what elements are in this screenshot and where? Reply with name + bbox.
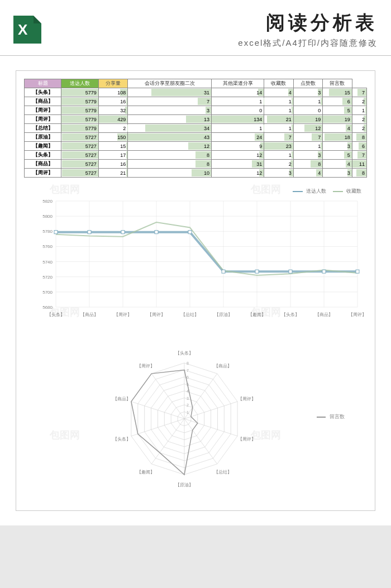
table-header-row: 标题 送达人数 分享量 会话分享至朋友圈二次 其他渠道分享 收藏数 点赞数 留言… [25, 79, 367, 88]
svg-text:【头条】: 【头条】 [282, 312, 299, 317]
cell-value: 3 [323, 142, 352, 151]
svg-text:【商品】: 【商品】 [214, 364, 232, 369]
cell-value: 9 [212, 142, 264, 151]
row-label: 【商品】 [25, 160, 61, 169]
row-label: 【趣闻】 [25, 142, 61, 151]
cell-value: 11 [352, 160, 366, 169]
svg-text:【趣闻】: 【趣闻】 [248, 312, 266, 317]
cell-value: 8 [352, 169, 366, 178]
svg-text:【周评】: 【周评】 [349, 312, 366, 317]
cell-value: 4 [264, 88, 293, 97]
cell-value: 3 [264, 169, 293, 178]
cell-value: 3 [323, 169, 352, 178]
page-subtitle: excel格式/A4打印/内容随意修改 [50, 38, 378, 49]
cell-value: 1 [212, 97, 264, 106]
col-header: 点赞数 [293, 79, 322, 88]
cell-value: 43 [128, 133, 212, 142]
cell-value: 1 [293, 97, 322, 106]
cell-value: 17 [98, 151, 127, 160]
svg-text:5720: 5720 [42, 275, 53, 280]
cell-value: 21 [264, 115, 293, 124]
row-label: 【原油】 [25, 133, 61, 142]
cell-value: 13 [128, 115, 212, 124]
legend-label: 留言数 [330, 414, 345, 419]
page-root: X 阅读分析表 excel格式/A4打印/内容随意修改 标题 送达人数 分享量 … [0, 0, 391, 525]
svg-text:1: 1 [187, 410, 189, 414]
cell-value: 24 [212, 133, 264, 142]
cell-value: 2 [352, 97, 366, 106]
cell-value: 10 [128, 169, 212, 178]
row-label: 【总结】 [25, 124, 61, 133]
col-header: 收藏数 [264, 79, 293, 88]
svg-rect-36 [54, 231, 58, 234]
cell-value: 12 [128, 142, 212, 151]
svg-text:【头条】: 【头条】 [175, 351, 193, 356]
radar-chart: 留言数 12345678【头条】【商品】【周评】【周评】【总结】【原油】【趣闻】… [24, 341, 367, 497]
svg-text:【商品】: 【商品】 [315, 312, 333, 317]
cell-value: 1 [264, 124, 293, 133]
svg-rect-45 [356, 270, 359, 273]
table-row: 【商品】577916711162 [25, 97, 367, 106]
svg-text:【头条】: 【头条】 [47, 312, 65, 317]
cell-value: 34 [128, 124, 212, 133]
cell-value: 4 [293, 169, 322, 178]
svg-text:5780: 5780 [42, 229, 53, 234]
cell-value: 31 [212, 160, 264, 169]
cell-value: 12 [212, 169, 264, 178]
cell-value: 5727 [61, 133, 98, 142]
line-chart: 送达人数 收藏数 5680570057205740576057805800582… [24, 190, 367, 329]
excel-file-icon: X [13, 16, 41, 44]
table-row: 【头条】5727178121357 [25, 151, 367, 160]
cell-value: 5727 [61, 142, 98, 151]
cell-value: 1 [264, 106, 293, 115]
cell-value: 5779 [61, 88, 98, 97]
table-row: 【总结】5779234111242 [25, 124, 367, 133]
cell-value: 8 [128, 151, 212, 160]
svg-text:【周评】: 【周评】 [137, 364, 155, 369]
svg-text:2: 2 [187, 403, 189, 407]
cell-value: 7 [264, 133, 293, 142]
svg-text:5760: 5760 [42, 244, 53, 249]
header-text-block: 阅读分析表 excel格式/A4打印/内容随意修改 [50, 10, 378, 49]
cell-value: 3 [293, 88, 322, 97]
cell-value: 2 [98, 124, 127, 133]
worksheet: 标题 送达人数 分享量 会话分享至朋友圈二次 其他渠道分享 收藏数 点赞数 留言… [16, 70, 375, 511]
cell-value: 12 [293, 124, 322, 133]
cell-value: 7 [352, 151, 366, 160]
excel-icon-letter: X [18, 21, 27, 39]
svg-text:【周评】: 【周评】 [114, 312, 132, 317]
svg-text:5700: 5700 [42, 290, 53, 295]
col-header: 其他渠道分享 [212, 79, 264, 88]
row-label: 【头条】 [25, 151, 61, 160]
cell-value: 2 [264, 160, 293, 169]
cell-value: 429 [98, 115, 127, 124]
svg-text:5740: 5740 [42, 260, 53, 265]
svg-line-74 [151, 419, 184, 464]
cell-value: 5 [323, 106, 352, 115]
cell-value: 2 [352, 124, 366, 133]
cell-value: 23 [264, 142, 293, 151]
line-chart-legend: 送达人数 收藏数 [287, 188, 361, 195]
svg-text:【周评】: 【周评】 [238, 437, 256, 442]
col-header: 送达人数 [61, 79, 98, 88]
table-row: 【趣闻】57271512923136 [25, 142, 367, 151]
cell-value: 5727 [61, 151, 98, 160]
svg-text:【趣闻】: 【趣闻】 [137, 470, 155, 475]
svg-rect-40 [188, 231, 192, 234]
cell-value: 5 [323, 151, 352, 160]
row-label: 【周评】 [25, 115, 61, 124]
header-bar: X 阅读分析表 excel格式/A4打印/内容随意修改 [0, 0, 391, 56]
cell-value: 7 [128, 97, 212, 106]
cell-value: 0 [212, 106, 264, 115]
cell-value: 32 [98, 106, 127, 115]
svg-rect-38 [121, 231, 125, 234]
col-header-title: 标题 [25, 79, 61, 88]
col-header: 分享量 [98, 79, 127, 88]
radar-chart-svg: 12345678【头条】【商品】【周评】【周评】【总结】【原油】【趣闻】【头条】… [24, 341, 367, 497]
cell-value: 5779 [61, 97, 98, 106]
svg-rect-37 [88, 231, 91, 234]
table-row: 【头条】5779108311443157 [25, 88, 367, 97]
svg-text:5680: 5680 [42, 305, 53, 310]
svg-rect-42 [255, 270, 259, 273]
sheet-wrapper: 标题 送达人数 分享量 会话分享至朋友圈二次 其他渠道分享 收藏数 点赞数 留言… [0, 56, 391, 525]
